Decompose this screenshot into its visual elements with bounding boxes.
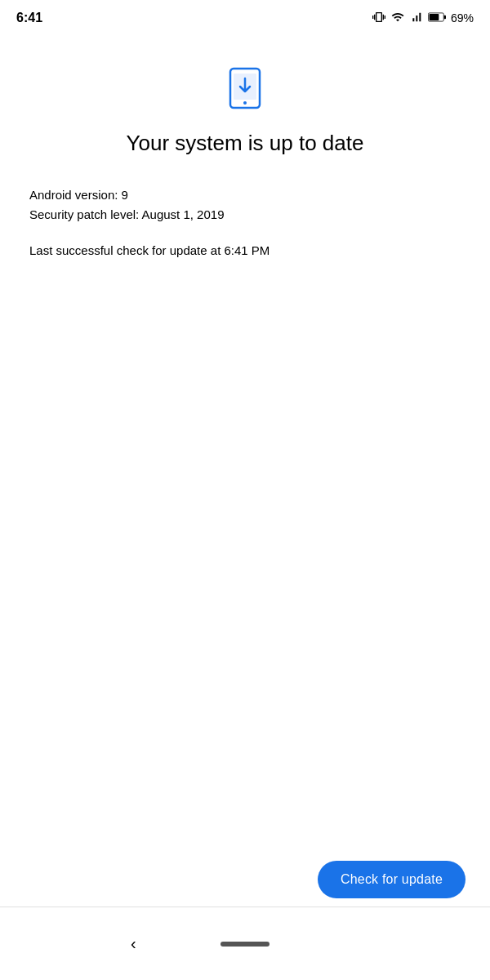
home-pill[interactable] <box>220 942 270 947</box>
bottom-navigation: ‹ <box>0 906 490 980</box>
wifi-icon <box>390 11 405 26</box>
back-button[interactable]: ‹ <box>131 934 136 953</box>
status-time: 6:41 <box>16 11 42 25</box>
phone-update-icon <box>222 65 268 111</box>
status-icons: 69% <box>372 11 474 26</box>
battery-percent: 69% <box>451 11 474 24</box>
status-bar: 6:41 69% <box>0 0 490 33</box>
info-section: Android version: 9 Security patch level:… <box>24 185 274 261</box>
battery-icon <box>428 11 446 25</box>
page-title: Your system is up to date <box>24 131 466 156</box>
svg-point-5 <box>243 101 247 105</box>
icon-wrapper <box>24 65 466 111</box>
signal-icon <box>410 11 423 26</box>
main-content: Your system is up to date Android versio… <box>0 33 490 277</box>
svg-rect-2 <box>430 14 439 20</box>
android-version: Android version: 9 <box>29 185 270 205</box>
svg-rect-1 <box>444 15 446 19</box>
check-update-button[interactable]: Check for update <box>318 861 466 898</box>
button-area: Check for update <box>318 861 466 898</box>
vibrate-icon <box>372 11 385 26</box>
security-patch: Security patch level: August 1, 2019 <box>29 205 270 225</box>
last-check: Last successful check for update at 6:41… <box>29 241 270 261</box>
